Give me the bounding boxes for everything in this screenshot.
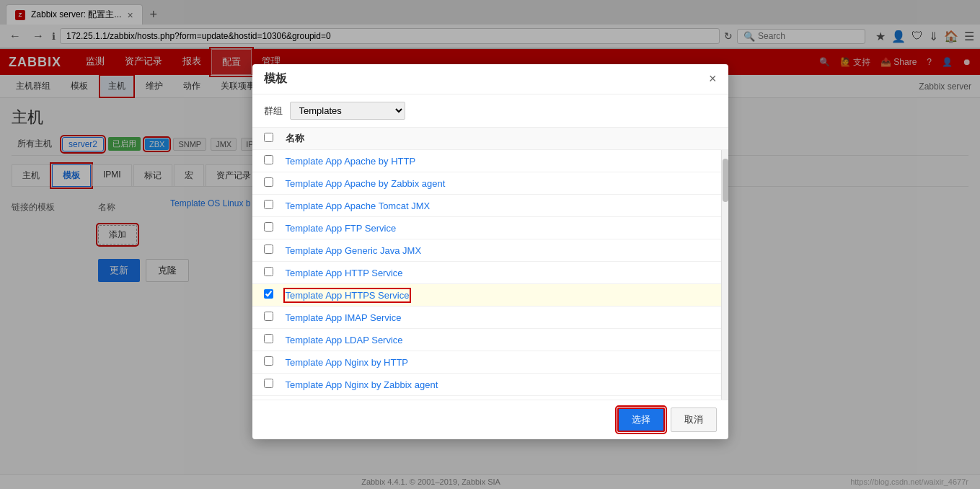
group-label: 群组: [264, 105, 283, 118]
list-item[interactable]: Template App Apache by HTTP: [252, 150, 728, 172]
item-checkbox-6[interactable]: [264, 267, 273, 276]
item-checkbox-4[interactable]: [264, 222, 273, 232]
item-name-6: Template App HTTP Service: [286, 268, 403, 278]
item-name-5: Template App Generic Java JMX: [286, 245, 422, 256]
list-item[interactable]: Template App FTP Service: [252, 217, 728, 239]
modal-body: Template App Apache by HTTP Template App…: [252, 150, 728, 291]
item-name-3: Template App Apache Tomcat JMX: [286, 201, 431, 211]
item-checkbox-7[interactable]: [264, 289, 273, 291]
header-check-col: [264, 133, 286, 144]
header-name-col: 名称: [286, 132, 304, 145]
item-checkbox-5[interactable]: [264, 244, 273, 254]
list-item[interactable]: Template App Apache Tomcat JMX: [252, 195, 728, 217]
list-item-selected[interactable]: Template App HTTPS Service: [252, 284, 728, 291]
list-item[interactable]: Template App Apache by Zabbix agent: [252, 172, 728, 195]
select-all-checkbox[interactable]: [264, 133, 273, 142]
item-name-7: Template App HTTPS Service: [286, 290, 410, 291]
scrollbar-thumb: [723, 159, 728, 202]
modal-title: 模板: [264, 71, 287, 87]
list-item[interactable]: Template App Generic Java JMX: [252, 239, 728, 262]
item-checkbox-3[interactable]: [264, 200, 273, 209]
item-checkbox-1[interactable]: [264, 155, 273, 164]
item-name-1: Template App Apache by HTTP: [286, 156, 416, 167]
item-checkbox-2[interactable]: [264, 177, 273, 187]
modal-filter: 群组 Templates Template App Template DB Te…: [252, 94, 728, 128]
modal-list-header: 名称: [252, 128, 728, 150]
modal-scrollbar[interactable]: [721, 150, 728, 291]
template-modal: 模板 × 群组 Templates Template App Template …: [252, 64, 728, 291]
list-item[interactable]: Template App HTTP Service: [252, 262, 728, 284]
modal-overlay: 模板 × 群组 Templates Template App Template …: [0, 0, 980, 291]
group-select[interactable]: Templates Template App Template DB Templ…: [290, 102, 405, 120]
item-name-2: Template App Apache by Zabbix agent: [286, 178, 446, 189]
modal-close-button[interactable]: ×: [709, 71, 717, 87]
item-name-4: Template App FTP Service: [286, 223, 397, 234]
modal-header: 模板 ×: [252, 64, 728, 94]
